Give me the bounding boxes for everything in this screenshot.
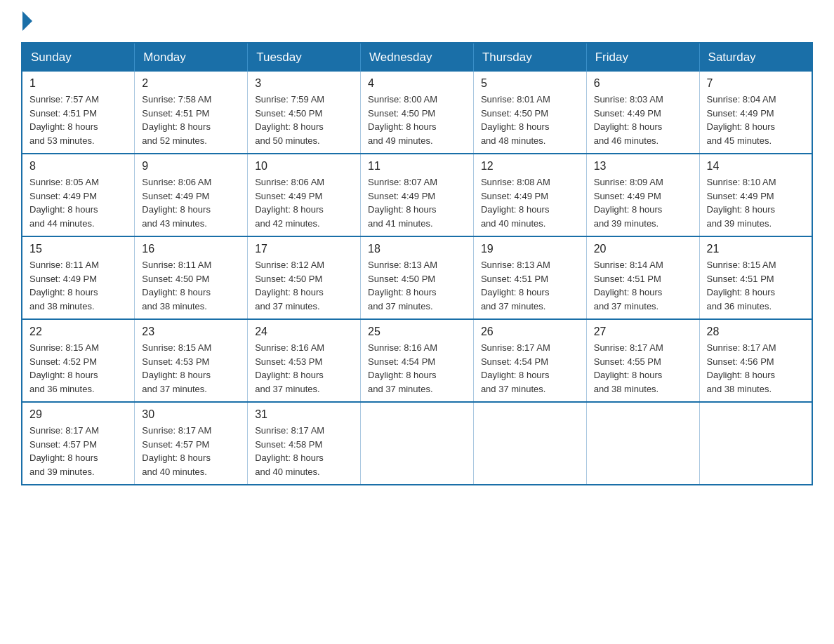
day-info: Sunrise: 8:16 AMSunset: 4:54 PMDaylight:… [368, 342, 437, 394]
day-number: 29 [29, 408, 127, 421]
day-info: Sunrise: 7:57 AMSunset: 4:51 PMDaylight:… [29, 94, 99, 146]
calendar-cell [586, 402, 699, 485]
day-number: 19 [481, 243, 579, 255]
logo [21, 14, 32, 28]
day-number: 31 [255, 408, 353, 421]
day-number: 10 [255, 160, 353, 173]
calendar-cell: 9 Sunrise: 8:06 AMSunset: 4:49 PMDayligh… [135, 154, 248, 236]
calendar-cell: 11 Sunrise: 8:07 AMSunset: 4:49 PMDaylig… [361, 154, 474, 236]
day-info: Sunrise: 8:15 AMSunset: 4:51 PMDaylight:… [707, 260, 776, 311]
day-number: 27 [594, 326, 692, 338]
day-info: Sunrise: 8:04 AMSunset: 4:49 PMDaylight:… [707, 94, 776, 146]
calendar-cell [699, 402, 812, 485]
week-row-4: 22 Sunrise: 8:15 AMSunset: 4:52 PMDaylig… [22, 319, 812, 402]
day-number: 22 [29, 326, 127, 338]
calendar-cell: 14 Sunrise: 8:10 AMSunset: 4:49 PMDaylig… [699, 154, 812, 236]
day-number: 1 [29, 77, 127, 90]
day-number: 11 [368, 160, 466, 173]
day-info: Sunrise: 7:59 AMSunset: 4:50 PMDaylight:… [255, 94, 324, 146]
day-number: 9 [142, 160, 240, 173]
header-monday: Monday [135, 43, 248, 72]
calendar-cell: 28 Sunrise: 8:17 AMSunset: 4:56 PMDaylig… [699, 319, 812, 402]
calendar-cell: 21 Sunrise: 8:15 AMSunset: 4:51 PMDaylig… [699, 236, 812, 319]
day-info: Sunrise: 8:11 AMSunset: 4:50 PMDaylight:… [142, 260, 211, 311]
calendar-cell: 20 Sunrise: 8:14 AMSunset: 4:51 PMDaylig… [586, 236, 699, 319]
day-info: Sunrise: 8:16 AMSunset: 4:53 PMDaylight:… [255, 342, 324, 394]
day-info: Sunrise: 8:15 AMSunset: 4:53 PMDaylight:… [142, 342, 211, 394]
day-number: 2 [142, 77, 240, 90]
day-info: Sunrise: 8:17 AMSunset: 4:55 PMDaylight:… [594, 342, 663, 394]
day-number: 13 [594, 160, 692, 173]
day-info: Sunrise: 8:17 AMSunset: 4:58 PMDaylight:… [255, 425, 324, 477]
day-number: 6 [594, 77, 692, 90]
day-number: 28 [707, 326, 805, 338]
day-info: Sunrise: 8:00 AMSunset: 4:50 PMDaylight:… [368, 94, 437, 146]
day-info: Sunrise: 8:12 AMSunset: 4:50 PMDaylight:… [255, 260, 324, 311]
day-info: Sunrise: 8:06 AMSunset: 4:49 PMDaylight:… [142, 177, 211, 229]
logo-arrow-icon [22, 11, 32, 31]
day-info: Sunrise: 7:58 AMSunset: 4:51 PMDaylight:… [142, 94, 211, 146]
day-number: 26 [481, 326, 579, 338]
calendar-cell: 6 Sunrise: 8:03 AMSunset: 4:49 PMDayligh… [586, 72, 699, 154]
day-number: 16 [142, 243, 240, 255]
header-sunday: Sunday [22, 43, 135, 72]
calendar-cell: 17 Sunrise: 8:12 AMSunset: 4:50 PMDaylig… [248, 236, 361, 319]
day-info: Sunrise: 8:14 AMSunset: 4:51 PMDaylight:… [594, 260, 663, 311]
day-info: Sunrise: 8:13 AMSunset: 4:50 PMDaylight:… [368, 260, 437, 311]
page-header [21, 14, 813, 28]
calendar-cell [361, 402, 474, 485]
calendar-cell: 5 Sunrise: 8:01 AMSunset: 4:50 PMDayligh… [473, 72, 586, 154]
calendar-cell: 12 Sunrise: 8:08 AMSunset: 4:49 PMDaylig… [473, 154, 586, 236]
day-number: 3 [255, 77, 353, 90]
day-info: Sunrise: 8:08 AMSunset: 4:49 PMDaylight:… [481, 177, 550, 229]
week-row-1: 1 Sunrise: 7:57 AMSunset: 4:51 PMDayligh… [22, 72, 812, 154]
day-info: Sunrise: 8:17 AMSunset: 4:54 PMDaylight:… [481, 342, 550, 394]
day-number: 18 [368, 243, 466, 255]
calendar-cell: 27 Sunrise: 8:17 AMSunset: 4:55 PMDaylig… [586, 319, 699, 402]
calendar-cell: 26 Sunrise: 8:17 AMSunset: 4:54 PMDaylig… [473, 319, 586, 402]
day-number: 8 [29, 160, 127, 173]
day-info: Sunrise: 8:06 AMSunset: 4:49 PMDaylight:… [255, 177, 324, 229]
day-info: Sunrise: 8:17 AMSunset: 4:57 PMDaylight:… [29, 425, 99, 477]
calendar-cell: 22 Sunrise: 8:15 AMSunset: 4:52 PMDaylig… [22, 319, 135, 402]
day-number: 25 [368, 326, 466, 338]
calendar-cell: 10 Sunrise: 8:06 AMSunset: 4:49 PMDaylig… [248, 154, 361, 236]
day-info: Sunrise: 8:09 AMSunset: 4:49 PMDaylight:… [594, 177, 663, 229]
calendar-cell: 16 Sunrise: 8:11 AMSunset: 4:50 PMDaylig… [135, 236, 248, 319]
calendar-cell: 30 Sunrise: 8:17 AMSunset: 4:57 PMDaylig… [135, 402, 248, 485]
calendar-cell: 29 Sunrise: 8:17 AMSunset: 4:57 PMDaylig… [22, 402, 135, 485]
day-number: 30 [142, 408, 240, 421]
day-info: Sunrise: 8:13 AMSunset: 4:51 PMDaylight:… [481, 260, 550, 311]
day-number: 5 [481, 77, 579, 90]
day-number: 20 [594, 243, 692, 255]
day-info: Sunrise: 8:03 AMSunset: 4:49 PMDaylight:… [594, 94, 663, 146]
calendar-cell: 4 Sunrise: 8:00 AMSunset: 4:50 PMDayligh… [361, 72, 474, 154]
day-number: 15 [29, 243, 127, 255]
week-row-5: 29 Sunrise: 8:17 AMSunset: 4:57 PMDaylig… [22, 402, 812, 485]
week-row-3: 15 Sunrise: 8:11 AMSunset: 4:49 PMDaylig… [22, 236, 812, 319]
header-thursday: Thursday [473, 43, 586, 72]
calendar-cell: 31 Sunrise: 8:17 AMSunset: 4:58 PMDaylig… [248, 402, 361, 485]
calendar-cell: 13 Sunrise: 8:09 AMSunset: 4:49 PMDaylig… [586, 154, 699, 236]
day-number: 23 [142, 326, 240, 338]
header-saturday: Saturday [699, 43, 812, 72]
day-number: 24 [255, 326, 353, 338]
day-number: 17 [255, 243, 353, 255]
day-info: Sunrise: 8:07 AMSunset: 4:49 PMDaylight:… [368, 177, 437, 229]
header-friday: Friday [586, 43, 699, 72]
week-row-2: 8 Sunrise: 8:05 AMSunset: 4:49 PMDayligh… [22, 154, 812, 236]
header-row: SundayMondayTuesdayWednesdayThursdayFrid… [22, 43, 812, 72]
day-number: 7 [707, 77, 805, 90]
calendar-cell: 23 Sunrise: 8:15 AMSunset: 4:53 PMDaylig… [135, 319, 248, 402]
calendar-cell [473, 402, 586, 485]
day-info: Sunrise: 8:10 AMSunset: 4:49 PMDaylight:… [707, 177, 776, 229]
day-info: Sunrise: 8:01 AMSunset: 4:50 PMDaylight:… [481, 94, 550, 146]
calendar-cell: 7 Sunrise: 8:04 AMSunset: 4:49 PMDayligh… [699, 72, 812, 154]
day-info: Sunrise: 8:17 AMSunset: 4:56 PMDaylight:… [707, 342, 776, 394]
header-wednesday: Wednesday [361, 43, 474, 72]
calendar-cell: 2 Sunrise: 7:58 AMSunset: 4:51 PMDayligh… [135, 72, 248, 154]
calendar-cell: 18 Sunrise: 8:13 AMSunset: 4:50 PMDaylig… [361, 236, 474, 319]
calendar-cell: 24 Sunrise: 8:16 AMSunset: 4:53 PMDaylig… [248, 319, 361, 402]
day-info: Sunrise: 8:05 AMSunset: 4:49 PMDaylight:… [29, 177, 99, 229]
day-number: 21 [707, 243, 805, 255]
